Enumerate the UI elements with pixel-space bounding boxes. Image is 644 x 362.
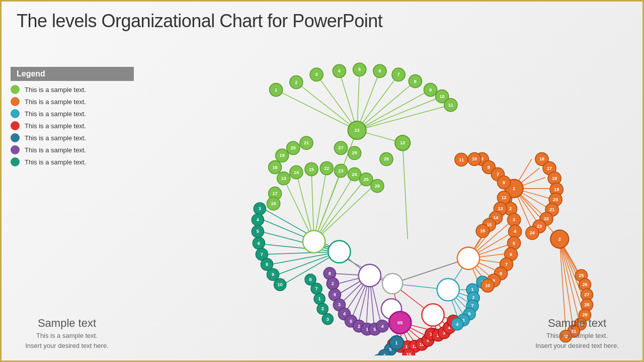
- svg-text:3: 3: [513, 217, 515, 222]
- legend-item-6: This is a sample text.: [11, 145, 134, 154]
- legend-dot-orange: [11, 97, 20, 106]
- svg-text:6: 6: [378, 68, 381, 73]
- svg-text:9: 9: [272, 272, 274, 277]
- svg-text:8: 8: [500, 271, 502, 276]
- svg-line-10: [357, 105, 451, 130]
- svg-text:28: 28: [384, 156, 389, 161]
- legend-item-1: This is a sample text.: [11, 85, 134, 94]
- svg-text:21: 21: [304, 140, 309, 145]
- sample-sub-right: This is a sample text. Insert your desir…: [522, 331, 632, 350]
- svg-text:9: 9: [334, 292, 336, 297]
- svg-text:06: 06: [389, 306, 394, 311]
- svg-text:27: 27: [585, 292, 590, 297]
- svg-text:25: 25: [579, 273, 584, 278]
- svg-line-1: [296, 82, 357, 131]
- svg-text:7: 7: [497, 172, 499, 177]
- svg-text:14: 14: [294, 170, 299, 175]
- svg-text:4: 4: [257, 217, 259, 222]
- svg-text:1: 1: [513, 186, 515, 191]
- svg-line-8: [357, 90, 431, 131]
- svg-text:6: 6: [503, 180, 505, 185]
- svg-text:14: 14: [493, 215, 498, 220]
- legend-label-1: This is a sample text.: [25, 86, 86, 94]
- svg-text:8: 8: [329, 271, 331, 276]
- svg-text:7: 7: [471, 303, 474, 308]
- svg-text:16: 16: [539, 156, 544, 161]
- svg-text:10: 10: [440, 94, 445, 99]
- svg-text:24: 24: [530, 230, 535, 235]
- legend-dot-blue: [11, 109, 20, 118]
- svg-text:27: 27: [338, 145, 343, 150]
- svg-text:23: 23: [338, 168, 343, 173]
- svg-line-0: [276, 90, 357, 131]
- svg-text:12: 12: [501, 195, 506, 200]
- svg-text:3: 3: [259, 206, 261, 211]
- svg-line-2: [316, 74, 357, 130]
- svg-text:1: 1: [366, 327, 368, 332]
- svg-text:17: 17: [273, 191, 278, 196]
- svg-line-97: [392, 258, 468, 284]
- svg-text:8: 8: [414, 79, 417, 84]
- svg-text:4: 4: [383, 353, 385, 355]
- svg-text:2: 2: [295, 80, 297, 85]
- svg-text:2: 2: [332, 281, 334, 286]
- svg-text:2: 2: [558, 237, 561, 242]
- chart-area: .node-circle { stroke-width: 2.5; } .nod…: [137, 42, 637, 355]
- svg-text:16: 16: [480, 228, 485, 233]
- svg-line-12: [403, 143, 408, 239]
- svg-text:25: 25: [364, 177, 369, 182]
- svg-text:18: 18: [552, 176, 557, 181]
- svg-text:20: 20: [291, 145, 296, 150]
- legend-label-3: This is a sample text.: [25, 110, 86, 118]
- svg-text:19: 19: [280, 153, 285, 158]
- svg-text:15: 15: [406, 352, 411, 355]
- svg-text:7: 7: [505, 262, 508, 267]
- svg-text:4: 4: [456, 322, 458, 327]
- legend-item-7: This is a sample text.: [11, 157, 134, 166]
- legend-dot-teal: [11, 133, 20, 142]
- legend: Legend This is a sample text. This is a …: [11, 67, 134, 169]
- svg-text:10: 10: [485, 283, 490, 288]
- svg-text:04: 04: [431, 312, 436, 317]
- legend-label-2: This is a sample text.: [25, 98, 86, 106]
- svg-text:9: 9: [429, 87, 432, 93]
- svg-text:6: 6: [468, 311, 471, 316]
- svg-text:02: 02: [466, 256, 471, 261]
- svg-line-20: [314, 184, 376, 242]
- svg-text:13: 13: [355, 128, 360, 133]
- org-chart-svg: .node-circle { stroke-width: 2.5; } .nod…: [137, 42, 637, 355]
- svg-text:5: 5: [358, 67, 361, 72]
- legend-item-3: This is a sample text.: [11, 109, 134, 118]
- legend-dot-green: [11, 85, 20, 94]
- legend-label-7: This is a sample text.: [25, 158, 86, 166]
- svg-text:29: 29: [352, 150, 357, 155]
- svg-text:22: 22: [324, 166, 329, 171]
- svg-text:28: 28: [585, 302, 590, 307]
- svg-line-19: [314, 178, 366, 242]
- svg-line-7: [357, 81, 416, 131]
- sample-heading-right: Sample text: [522, 317, 632, 330]
- svg-text:6: 6: [510, 252, 512, 257]
- svg-text:19: 19: [554, 187, 559, 192]
- svg-text:3: 3: [327, 317, 329, 322]
- sample-sub-left: This is a sample text. Insert your desir…: [17, 331, 117, 350]
- svg-text:5: 5: [257, 229, 259, 234]
- svg-text:1: 1: [395, 340, 398, 345]
- svg-text:12: 12: [400, 140, 405, 145]
- svg-text:5: 5: [513, 241, 515, 246]
- svg-text:7: 7: [397, 72, 400, 77]
- svg-text:13: 13: [498, 206, 503, 211]
- svg-text:23: 23: [537, 224, 542, 229]
- sample-heading-left: Sample text: [17, 317, 117, 330]
- svg-text:8: 8: [309, 277, 311, 282]
- svg-text:08: 08: [337, 249, 342, 254]
- legend-label-5: This is a sample text.: [25, 134, 86, 142]
- svg-text:11: 11: [459, 157, 464, 162]
- legend-header: Legend: [11, 67, 134, 81]
- svg-text:2: 2: [358, 324, 360, 329]
- sample-text-right: Sample text This is a sample text. Inser…: [522, 317, 632, 350]
- svg-text:8: 8: [488, 165, 490, 170]
- legend-item-5: This is a sample text.: [11, 133, 134, 142]
- svg-text:11: 11: [448, 103, 453, 108]
- svg-text:18: 18: [271, 201, 276, 206]
